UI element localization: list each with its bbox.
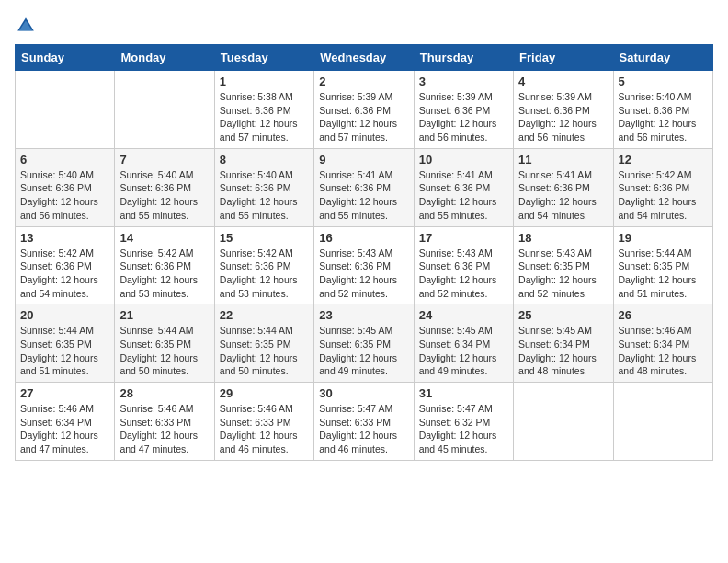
day-info: Sunrise: 5:40 AMSunset: 6:36 PMDaylight:… <box>220 169 298 221</box>
day-info: Sunrise: 5:44 AMSunset: 6:35 PMDaylight:… <box>619 247 697 299</box>
weekday-header-monday: Monday <box>115 45 214 71</box>
day-info: Sunrise: 5:43 AMSunset: 6:35 PMDaylight:… <box>518 247 597 299</box>
day-number: 1 <box>220 75 309 88</box>
logo <box>15 15 40 37</box>
calendar-cell: 27 Sunrise: 5:46 AMSunset: 6:34 PMDaylig… <box>16 383 115 461</box>
calendar-cell: 17 Sunrise: 5:43 AMSunset: 6:36 PMDaylig… <box>414 226 513 304</box>
calendar-week-5: 27 Sunrise: 5:46 AMSunset: 6:34 PMDaylig… <box>16 383 713 461</box>
weekday-header-row: SundayMondayTuesdayWednesdayThursdayFrid… <box>16 45 713 71</box>
calendar-cell: 1 Sunrise: 5:38 AMSunset: 6:36 PMDayligh… <box>214 71 313 149</box>
calendar-cell: 2 Sunrise: 5:39 AMSunset: 6:36 PMDayligh… <box>314 71 414 149</box>
calendar-cell: 21 Sunrise: 5:44 AMSunset: 6:35 PMDaylig… <box>115 304 214 383</box>
calendar-week-1: 1 Sunrise: 5:38 AMSunset: 6:36 PMDayligh… <box>16 71 713 149</box>
calendar-cell: 25 Sunrise: 5:45 AMSunset: 6:34 PMDaylig… <box>514 304 613 383</box>
calendar-cell: 29 Sunrise: 5:46 AMSunset: 6:33 PMDaylig… <box>214 383 313 461</box>
day-number: 25 <box>518 308 608 322</box>
day-number: 8 <box>220 153 309 167</box>
day-info: Sunrise: 5:42 AMSunset: 6:36 PMDaylight:… <box>20 247 98 299</box>
day-number: 5 <box>619 75 708 88</box>
calendar-week-3: 13 Sunrise: 5:42 AMSunset: 6:36 PMDaylig… <box>16 226 713 304</box>
calendar-cell <box>115 71 214 149</box>
calendar-cell: 31 Sunrise: 5:47 AMSunset: 6:32 PMDaylig… <box>414 383 513 461</box>
calendar-cell: 20 Sunrise: 5:44 AMSunset: 6:35 PMDaylig… <box>16 304 115 383</box>
calendar-cell: 23 Sunrise: 5:45 AMSunset: 6:35 PMDaylig… <box>314 304 414 383</box>
day-info: Sunrise: 5:41 AMSunset: 6:36 PMDaylight:… <box>319 169 397 221</box>
day-info: Sunrise: 5:42 AMSunset: 6:36 PMDaylight:… <box>119 247 198 299</box>
day-number: 18 <box>518 231 608 245</box>
calendar-cell <box>514 383 613 461</box>
day-number: 27 <box>20 386 109 400</box>
calendar-cell: 6 Sunrise: 5:40 AMSunset: 6:36 PMDayligh… <box>16 148 115 226</box>
day-info: Sunrise: 5:40 AMSunset: 6:36 PMDaylight:… <box>619 91 697 143</box>
calendar-cell: 7 Sunrise: 5:40 AMSunset: 6:36 PMDayligh… <box>115 148 214 226</box>
day-info: Sunrise: 5:45 AMSunset: 6:35 PMDaylight:… <box>319 325 397 376</box>
calendar-cell: 10 Sunrise: 5:41 AMSunset: 6:36 PMDaylig… <box>414 148 513 226</box>
day-number: 31 <box>419 386 508 400</box>
day-number: 17 <box>419 231 508 245</box>
calendar-week-4: 20 Sunrise: 5:44 AMSunset: 6:35 PMDaylig… <box>16 304 713 383</box>
calendar-cell: 16 Sunrise: 5:43 AMSunset: 6:36 PMDaylig… <box>314 226 414 304</box>
day-info: Sunrise: 5:47 AMSunset: 6:33 PMDaylight:… <box>319 403 397 454</box>
calendar-cell: 12 Sunrise: 5:42 AMSunset: 6:36 PMDaylig… <box>613 148 712 226</box>
logo-icon <box>15 15 37 37</box>
calendar-cell: 28 Sunrise: 5:46 AMSunset: 6:33 PMDaylig… <box>115 383 214 461</box>
calendar-cell: 11 Sunrise: 5:41 AMSunset: 6:36 PMDaylig… <box>514 148 613 226</box>
day-info: Sunrise: 5:45 AMSunset: 6:34 PMDaylight:… <box>419 325 497 376</box>
day-number: 7 <box>119 153 209 167</box>
day-info: Sunrise: 5:40 AMSunset: 6:36 PMDaylight:… <box>20 169 98 221</box>
calendar: SundayMondayTuesdayWednesdayThursdayFrid… <box>15 44 713 461</box>
day-number: 19 <box>619 231 708 245</box>
day-info: Sunrise: 5:44 AMSunset: 6:35 PMDaylight:… <box>119 325 198 376</box>
day-info: Sunrise: 5:42 AMSunset: 6:36 PMDaylight:… <box>220 247 298 299</box>
day-number: 16 <box>319 231 408 245</box>
weekday-header-saturday: Saturday <box>613 45 712 71</box>
day-number: 29 <box>220 386 309 400</box>
day-info: Sunrise: 5:46 AMSunset: 6:34 PMDaylight:… <box>20 403 98 454</box>
calendar-cell: 15 Sunrise: 5:42 AMSunset: 6:36 PMDaylig… <box>214 226 313 304</box>
calendar-cell: 8 Sunrise: 5:40 AMSunset: 6:36 PMDayligh… <box>214 148 313 226</box>
day-number: 2 <box>319 75 408 88</box>
day-number: 4 <box>518 75 608 88</box>
weekday-header-sunday: Sunday <box>16 45 115 71</box>
day-info: Sunrise: 5:44 AMSunset: 6:35 PMDaylight:… <box>20 325 98 376</box>
day-info: Sunrise: 5:45 AMSunset: 6:34 PMDaylight:… <box>518 325 597 376</box>
day-info: Sunrise: 5:39 AMSunset: 6:36 PMDaylight:… <box>319 91 397 143</box>
day-number: 28 <box>119 386 209 400</box>
day-number: 20 <box>20 308 109 322</box>
day-number: 22 <box>220 308 309 322</box>
calendar-cell: 5 Sunrise: 5:40 AMSunset: 6:36 PMDayligh… <box>613 71 712 149</box>
day-number: 23 <box>319 308 408 322</box>
day-info: Sunrise: 5:41 AMSunset: 6:36 PMDaylight:… <box>518 169 597 221</box>
calendar-cell: 19 Sunrise: 5:44 AMSunset: 6:35 PMDaylig… <box>613 226 712 304</box>
day-number: 11 <box>518 153 608 167</box>
day-number: 6 <box>20 153 109 167</box>
day-number: 30 <box>319 386 408 400</box>
day-number: 14 <box>119 231 209 245</box>
day-number: 10 <box>419 153 508 167</box>
day-number: 13 <box>20 231 109 245</box>
calendar-week-2: 6 Sunrise: 5:40 AMSunset: 6:36 PMDayligh… <box>16 148 713 226</box>
calendar-cell: 13 Sunrise: 5:42 AMSunset: 6:36 PMDaylig… <box>16 226 115 304</box>
weekday-header-thursday: Thursday <box>414 45 513 71</box>
day-number: 21 <box>119 308 209 322</box>
day-info: Sunrise: 5:46 AMSunset: 6:34 PMDaylight:… <box>619 325 697 376</box>
day-number: 24 <box>419 308 508 322</box>
weekday-header-tuesday: Tuesday <box>214 45 313 71</box>
day-info: Sunrise: 5:38 AMSunset: 6:36 PMDaylight:… <box>220 91 298 143</box>
day-info: Sunrise: 5:43 AMSunset: 6:36 PMDaylight:… <box>419 247 497 299</box>
day-info: Sunrise: 5:41 AMSunset: 6:36 PMDaylight:… <box>419 169 497 221</box>
calendar-cell: 24 Sunrise: 5:45 AMSunset: 6:34 PMDaylig… <box>414 304 513 383</box>
day-number: 26 <box>619 308 708 322</box>
day-info: Sunrise: 5:46 AMSunset: 6:33 PMDaylight:… <box>119 403 198 454</box>
weekday-header-friday: Friday <box>514 45 613 71</box>
day-number: 9 <box>319 153 408 167</box>
day-info: Sunrise: 5:39 AMSunset: 6:36 PMDaylight:… <box>419 91 497 143</box>
calendar-cell: 14 Sunrise: 5:42 AMSunset: 6:36 PMDaylig… <box>115 226 214 304</box>
day-info: Sunrise: 5:46 AMSunset: 6:33 PMDaylight:… <box>220 403 298 454</box>
day-number: 15 <box>220 231 309 245</box>
calendar-cell: 9 Sunrise: 5:41 AMSunset: 6:36 PMDayligh… <box>314 148 414 226</box>
day-info: Sunrise: 5:43 AMSunset: 6:36 PMDaylight:… <box>319 247 397 299</box>
calendar-cell: 26 Sunrise: 5:46 AMSunset: 6:34 PMDaylig… <box>613 304 712 383</box>
day-info: Sunrise: 5:42 AMSunset: 6:36 PMDaylight:… <box>619 169 697 221</box>
header <box>15 15 713 37</box>
